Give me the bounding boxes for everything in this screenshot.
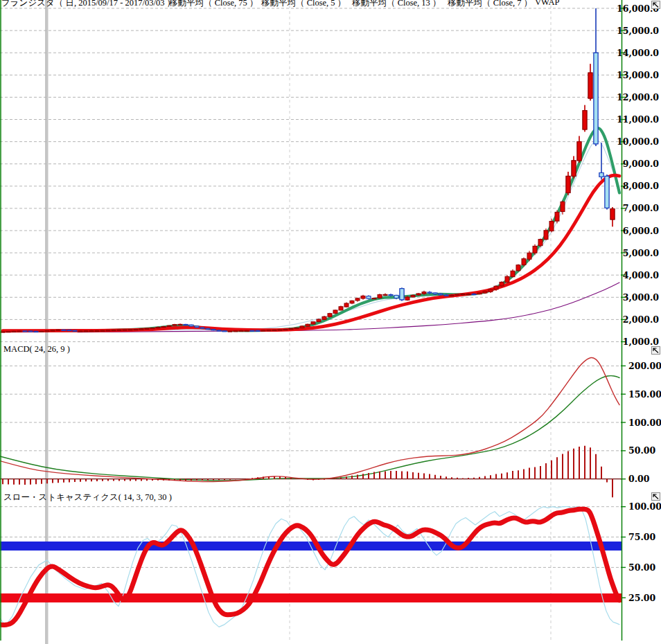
candle <box>112 330 116 330</box>
macd-panel <box>0 357 622 481</box>
axis-label: 8,000.0 <box>623 181 659 191</box>
candle <box>311 322 315 324</box>
candle <box>106 330 110 331</box>
candle <box>45 331 49 332</box>
candle <box>283 329 288 330</box>
candle <box>156 328 160 328</box>
candle <box>67 330 71 330</box>
indicator-label-ma7: 移動平均（ Close, 7 ） <box>448 0 532 9</box>
candle <box>78 331 82 332</box>
candle <box>34 331 38 332</box>
candle <box>472 294 476 294</box>
candle <box>306 324 310 326</box>
indicator-label-vwap: VWAP <box>535 0 559 8</box>
candle <box>228 331 232 332</box>
candle <box>566 176 570 193</box>
candle <box>100 330 105 331</box>
candle <box>134 330 138 330</box>
candle <box>250 330 254 331</box>
axis-label: 6,000.0 <box>623 226 659 236</box>
stochastics-panel <box>0 507 622 627</box>
candle <box>145 328 149 329</box>
indicator-label-ma13: 移動平均（ Close, 13 ） <box>352 0 441 9</box>
candle <box>117 330 121 330</box>
macd-panel-collapse-button[interactable] <box>651 346 660 355</box>
candle <box>322 316 326 319</box>
candle <box>62 330 66 330</box>
series-ma5 <box>3 128 619 331</box>
candle <box>211 330 215 330</box>
candle <box>195 326 199 328</box>
candle <box>422 292 426 294</box>
instrument-title: ブランジスタ（ 日, 2015/09/17 - 2017/03/03 ） <box>1 0 175 9</box>
candle <box>444 295 448 296</box>
candle <box>361 296 365 298</box>
candle <box>267 330 271 331</box>
candle <box>139 329 143 330</box>
series-ma75 <box>78 283 619 332</box>
axis-label: 25.00 <box>628 593 655 603</box>
candle <box>610 209 615 220</box>
candle <box>206 328 210 329</box>
indicator-label-ma5: 移動平均（ Close, 5 ） <box>261 0 346 9</box>
axis-label: 2,000.0 <box>623 314 659 325</box>
candle <box>328 314 332 317</box>
candle <box>544 231 548 240</box>
price-panel-collapse-button[interactable] <box>651 1 660 9</box>
candle <box>389 294 393 295</box>
candle <box>222 331 227 332</box>
candle <box>555 212 559 221</box>
axis-label: 10,000.0 <box>617 136 659 147</box>
candle <box>605 176 609 208</box>
series-macd <box>0 357 619 481</box>
stoch-panel-collapse-button[interactable] <box>651 492 660 501</box>
candle <box>39 331 44 332</box>
candle <box>461 294 465 294</box>
macd-panel-label: MACD( 24, 26, 9 ) <box>3 344 70 355</box>
candle <box>84 331 88 332</box>
series-d <box>0 509 619 625</box>
candle <box>12 331 16 332</box>
candle <box>355 298 360 301</box>
candle <box>588 73 592 98</box>
candle <box>150 328 155 329</box>
candle <box>17 331 21 332</box>
candle <box>599 173 603 177</box>
candle <box>583 111 587 129</box>
axis-label: 75.00 <box>628 532 655 542</box>
candle <box>1 332 5 332</box>
candle <box>416 294 421 295</box>
candle <box>200 328 204 328</box>
axis-label: 7,000.0 <box>623 203 659 213</box>
axis-label: 15,000.0 <box>617 26 659 36</box>
axis-label: 100.00 <box>628 418 661 428</box>
candle <box>594 53 598 144</box>
collapse-arrow-icon <box>652 347 660 354</box>
candle <box>317 319 321 322</box>
axis-label: 200.00 <box>628 361 661 371</box>
axis-label: 1,000.0 <box>623 337 659 347</box>
candle <box>549 222 554 231</box>
stock-chart-app: 16,000.015,000.014,000.013,000.012,000.0… <box>0 0 661 644</box>
candle <box>289 329 293 330</box>
candle <box>367 296 371 299</box>
candle <box>161 327 166 328</box>
price-panel <box>3 128 619 332</box>
candle <box>505 276 509 282</box>
candle <box>400 289 404 300</box>
candle <box>73 330 77 331</box>
candle <box>167 325 171 326</box>
candle <box>433 293 437 294</box>
candle <box>56 330 60 330</box>
candle <box>294 328 299 328</box>
candle <box>466 294 470 294</box>
axis-label: 4,000.0 <box>623 270 659 280</box>
axis-label: 0.00 <box>628 474 650 484</box>
candle <box>477 293 482 294</box>
candle <box>511 271 515 276</box>
candle <box>89 330 94 331</box>
axis-label: 150.00 <box>628 389 661 400</box>
candle <box>217 330 221 331</box>
candle <box>439 294 443 295</box>
candle <box>123 330 127 330</box>
